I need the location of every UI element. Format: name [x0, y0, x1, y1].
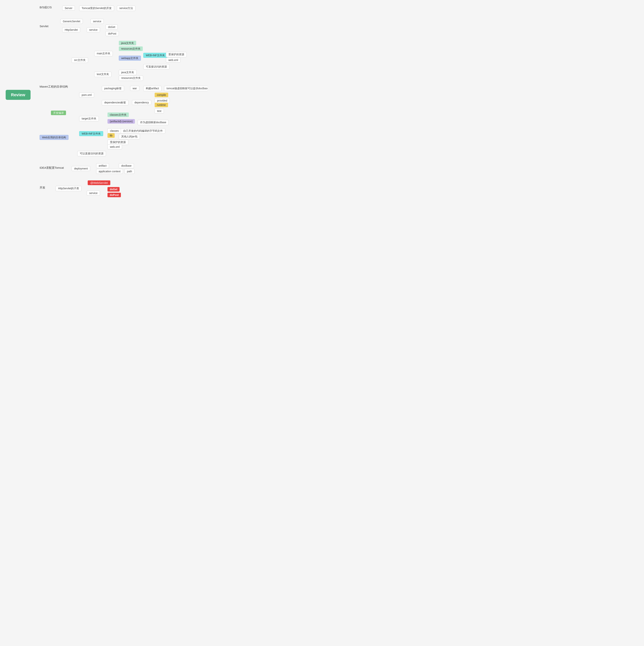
svg-line-3	[30, 98, 39, 138]
svg-line-7	[75, 8, 79, 8]
svg-line-49	[69, 138, 77, 153]
node-generic_servlet: GenericServlet	[60, 19, 83, 24]
svg-line-5	[30, 98, 39, 188]
svg-line-34	[151, 96, 155, 102]
node-label-compile: compile	[155, 93, 168, 97]
node-label-runtime: runtime	[155, 103, 168, 107]
node-lib_dir: lib	[108, 134, 115, 137]
node-label-deployment: deployment	[72, 166, 90, 171]
node-app_context: application context	[96, 169, 123, 174]
node-label-main_dir: main文件夹	[94, 51, 113, 56]
svg-line-53	[90, 169, 96, 171]
node-label-direct_res2: 可以直接访问的资源	[77, 151, 106, 156]
node-label-dependency: dependency	[132, 100, 151, 105]
node-runtime: runtime	[155, 103, 168, 106]
node-packaging_tag: packaging标签	[102, 86, 124, 91]
node-label-java_dir2: java文件夹	[119, 70, 137, 75]
node-dopost_dev: doPost	[108, 194, 121, 197]
node-label-servlet: Servlet	[39, 24, 48, 28]
node-label-src_dir: src文件夹	[72, 58, 88, 63]
node-label-service_gs: service	[91, 19, 104, 24]
node-label-webinf_dir1: WEB-INF文件夹	[143, 53, 167, 58]
svg-line-55	[45, 188, 55, 189]
svg-line-29	[124, 88, 130, 89]
node-label-docbase2: docBase	[119, 163, 134, 168]
node-direct_res2: 可以直接访问的资源	[77, 151, 106, 156]
node-label-webapp_dir: webapp文件夹	[119, 56, 141, 61]
node-protected_res1: 受保护的资源	[166, 52, 187, 57]
svg-line-32	[94, 95, 102, 103]
node-label-pom_xml: pom.xml	[79, 93, 94, 97]
node-label-test_dir: test文件夹	[94, 72, 111, 77]
svg-line-15	[68, 60, 72, 87]
svg-line-37	[151, 102, 155, 111]
node-path: path	[124, 169, 134, 174]
svg-line-42	[69, 134, 79, 138]
svg-line-57	[82, 189, 87, 193]
node-label-开发编译: 开发编译	[51, 111, 66, 115]
node-label-开发: 开发	[39, 186, 45, 189]
node-label-webxml1: web.xml	[166, 58, 180, 63]
node-root: Review	[6, 93, 30, 97]
svg-line-9	[48, 21, 60, 26]
svg-line-30	[139, 88, 143, 89]
node-label-classes_dir2: classes	[108, 128, 121, 133]
node-resources_dir2: resources文件夹	[119, 76, 143, 81]
node-label-dopost_dev: doPost	[108, 193, 121, 197]
node-label-tomcat_servlet: Tomcat里的Servlet的开发	[79, 6, 114, 11]
svg-line-36	[151, 102, 155, 106]
svg-line-6	[52, 7, 62, 8]
svg-line-14	[100, 30, 106, 33]
node-classes_dir2: classes	[108, 128, 121, 133]
node-pom_xml: pom.xml	[79, 93, 94, 97]
node-label-httpservlet: HttpServlet	[62, 27, 80, 32]
node-label-httpservlet_sub: HttpServlet的子类	[55, 186, 82, 191]
node-label-construct_artifact: 构建artifact	[143, 86, 161, 91]
node-label-webservlet_ann: @WebServlet	[88, 181, 110, 185]
node-deployment: deployment	[72, 166, 90, 171]
svg-line-27	[68, 87, 79, 95]
node-label-resources_dir2: resources文件夹	[119, 76, 143, 81]
node-label-root: Review	[6, 90, 30, 100]
node-httpservlet_sub: HttpServlet的子类	[55, 186, 82, 191]
svg-line-25	[111, 73, 119, 74]
node-label-lib_dir: lib	[108, 133, 115, 138]
svg-line-2	[30, 87, 39, 98]
svg-line-13	[100, 27, 106, 30]
svg-line-58	[100, 190, 108, 193]
node-src_dir: src文件夹	[72, 58, 88, 63]
node-label-artifact: artifact	[96, 163, 109, 168]
node-label-generic_servlet: GenericServlet	[60, 19, 83, 24]
mind-map: ReviewB/S或C/SServerTomcat里的Servlet的开发ser…	[0, 0, 208, 208]
node-doget_hs: doGet	[106, 24, 118, 29]
node-docbase2: docBase	[119, 163, 134, 168]
svg-line-24	[88, 60, 94, 74]
svg-line-26	[111, 74, 119, 78]
svg-line-33	[128, 102, 132, 103]
node-tomcat_docbase: tomcat做虚拟映射可以提供docBase	[164, 86, 208, 91]
node-label-doget_dev: doGet	[108, 187, 120, 192]
svg-line-50	[64, 168, 72, 169]
node-label-java_dir1: java文件夹	[119, 41, 136, 45]
node-label-classes_dir: classes文件夹	[108, 112, 129, 117]
svg-line-40	[99, 119, 108, 122]
node-test_dir: test文件夹	[94, 72, 111, 77]
svg-line-18	[113, 49, 119, 53]
svg-line-56	[82, 184, 88, 189]
node-label-virtual_docbase: 作为虚拟映射docBase	[138, 120, 168, 125]
node-label-tomcat_docbase: tomcat做虚拟映射可以提供docBase	[164, 86, 208, 91]
node-webinf_dir1: WEB-INF文件夹	[143, 54, 167, 57]
node-开发编译: 开发编译	[51, 111, 66, 115]
node-label-app_context: application context	[96, 169, 123, 174]
node-webservlet_ann: @WebServlet	[88, 181, 110, 184]
node-dependencies_tag: dependencies标签	[102, 100, 128, 105]
node-label-own_code: 自己开发的代码编译的字节码文件	[121, 128, 165, 134]
node-provided: provided	[155, 98, 170, 103]
node-label-dependencies_tag: dependencies标签	[102, 100, 128, 105]
node-label-test_scope: test	[155, 109, 164, 113]
node-label-target_dir: target文件夹	[79, 116, 99, 121]
node-label-others_jar: 其他人的jar包	[119, 134, 140, 139]
node-bs_cs: B/S或C/S	[39, 6, 52, 9]
node-label-bs_cs: B/S或C/S	[39, 6, 52, 9]
node-label-artifactid_version: {artifactid}-{version}	[108, 119, 135, 124]
